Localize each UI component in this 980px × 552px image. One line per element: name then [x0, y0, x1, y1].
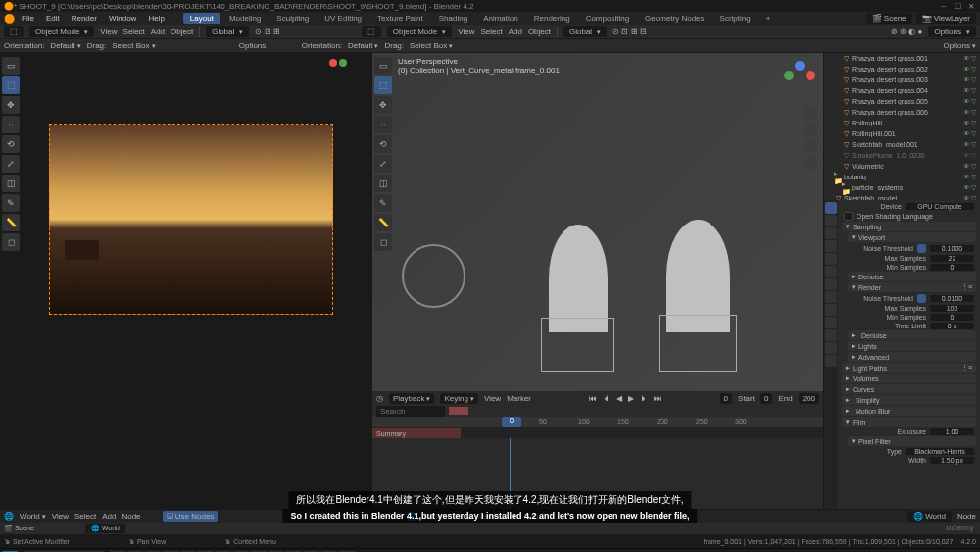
editor-type-icon[interactable]: ⬚ — [4, 26, 24, 37]
section-volumes[interactable]: ▸ Volumes — [842, 374, 976, 383]
section-motionblur[interactable]: ▸ Motion Blur — [842, 406, 976, 416]
proptab-viewlayer[interactable] — [825, 227, 837, 239]
section-pixelfilter[interactable]: ▾ Pixel Filter — [848, 436, 976, 446]
visibility-toggles[interactable]: 👁▽ — [963, 130, 978, 137]
axis-x-dot[interactable] — [806, 71, 815, 80]
tl-next-key[interactable]: ⏵ — [640, 394, 648, 403]
vp2-menu-view[interactable]: View — [458, 27, 474, 36]
tl-filter-icon[interactable] — [449, 407, 468, 415]
vp-noise-val[interactable]: 0.1000 — [930, 245, 974, 252]
shading-icons[interactable]: ⊚ ⊛ ◐ ● — [891, 27, 923, 36]
tl-marker[interactable]: Marker — [507, 394, 531, 403]
proptab-scene[interactable] — [825, 240, 837, 252]
tool-tweak[interactable]: ▭ — [2, 57, 20, 75]
tool-cursor[interactable]: ✥ — [2, 96, 20, 114]
section-denoise[interactable]: ▸ Denoise — [848, 272, 976, 281]
outliner-row[interactable]: ▽SmokePlume_1.0_0230👁▽ — [824, 150, 980, 161]
section-lightpaths[interactable]: ▸ Light Paths ⋮≡ — [842, 363, 976, 373]
mode-selector[interactable]: Object Mode — [29, 26, 94, 37]
vp2-menu-add[interactable]: Add — [509, 27, 522, 36]
tl-start[interactable]: 0 — [760, 393, 772, 404]
tl-view[interactable]: View — [484, 394, 501, 403]
orientation-value[interactable]: Default — [50, 41, 80, 50]
vtool-scale[interactable]: ⤢ — [374, 155, 392, 173]
selectbox-2[interactable]: Select Box — [410, 41, 453, 50]
ne-usenodes[interactable]: ☑ Use Nodes — [163, 511, 219, 522]
tab-layout[interactable]: Layout — [183, 13, 220, 24]
scene-field[interactable]: 🎬 Scene — [4, 525, 34, 532]
viewport-3d[interactable]: ▭ ⬚ ✥ ↔ ⟲ ⤢ ◫ ✎ 📏 ◻ User Perspective (0)… — [372, 53, 823, 391]
r-minsamples[interactable]: 0 — [930, 314, 974, 321]
visibility-toggles[interactable]: 👁▽ — [963, 98, 978, 105]
tl-current-frame[interactable]: 0 — [720, 393, 732, 404]
close-button[interactable]: ✕ — [966, 2, 976, 11]
selectbox[interactable]: Select Box — [112, 41, 155, 50]
outliner-row[interactable]: ▽Rhazya desert grass.006👁▽ — [824, 107, 980, 118]
tool-select[interactable]: ⬚ — [2, 76, 20, 94]
render-preview-region[interactable] — [49, 124, 333, 315]
visibility-toggles[interactable]: 👁▽ — [963, 66, 978, 73]
vtool-cursor[interactable]: ✥ — [374, 96, 392, 114]
options-3[interactable]: Options — [943, 41, 976, 50]
vtool-tweak[interactable]: ▭ — [374, 57, 392, 75]
section-sampling[interactable]: ▾ Sampling — [842, 222, 976, 231]
options-2[interactable]: Options — [239, 41, 267, 50]
vtool-annotate[interactable]: ✎ — [374, 194, 392, 212]
tl-search-input[interactable] — [376, 406, 445, 417]
tool-scale[interactable]: ⤢ — [2, 155, 20, 173]
device-value[interactable]: GPU Compute — [906, 203, 974, 210]
ne-world[interactable]: World — [20, 512, 46, 521]
outliner-row[interactable]: ▽RollingHill.001👁▽ — [824, 128, 980, 139]
vp-menu-select[interactable]: Select — [123, 27, 145, 36]
vp-minsamples[interactable]: 0 — [930, 264, 974, 271]
proptab-constraint[interactable] — [825, 317, 837, 328]
proptab-world[interactable] — [825, 253, 837, 265]
ne-add[interactable]: Add — [102, 512, 116, 521]
proptab-object[interactable] — [825, 266, 837, 277]
ne2-node2[interactable]: Node — [957, 512, 976, 521]
tab-texturepaint[interactable]: Texture Paint — [370, 13, 430, 24]
global-selector-2[interactable]: Global — [564, 26, 607, 37]
vtool-measure[interactable]: 📏 — [374, 214, 392, 231]
pf-width[interactable]: 1.50 px — [930, 457, 974, 464]
vp-noise-check[interactable] — [917, 244, 926, 253]
global-selector[interactable]: Global — [206, 26, 249, 37]
proptab-render[interactable] — [825, 202, 837, 214]
visibility-toggles[interactable]: 👁▽ — [963, 184, 978, 191]
outliner-row[interactable]: ▽Rhazya desert grass.005👁▽ — [824, 96, 980, 107]
tab-rendering[interactable]: Rendering — [527, 13, 577, 24]
axis-y-dot[interactable] — [784, 71, 794, 80]
vtool-transform[interactable]: ◫ — [374, 175, 392, 192]
axis-x-icon[interactable] — [329, 59, 337, 67]
tab-shading[interactable]: Shading — [432, 13, 474, 24]
menu-edit[interactable]: Edit — [41, 13, 65, 24]
tl-jump-end[interactable]: ⏭ — [654, 394, 662, 403]
section-denoise2[interactable]: ▸ Denoise — [848, 330, 976, 340]
snap-icons-2[interactable]: ⊙ ⊡ ⊞ ⊟ — [612, 27, 647, 36]
visibility-toggles[interactable]: 👁▽ — [963, 109, 978, 116]
editor-type-icon-2[interactable]: ⬚ — [362, 26, 381, 37]
maximize-button[interactable]: ☐ — [953, 2, 962, 11]
tool-measure[interactable]: 📏 — [2, 214, 20, 231]
visibility-toggles[interactable]: 👁▽ — [963, 163, 978, 170]
menu-window[interactable]: Window — [104, 13, 141, 24]
visibility-toggles[interactable]: 👁▽ — [963, 174, 978, 180]
blender-logo-icon[interactable]: 🟠 — [4, 14, 15, 24]
section-simplify[interactable]: ▸ Simplify — [842, 395, 976, 405]
tl-play-rev[interactable]: ◀ — [616, 394, 622, 403]
r-noise-val[interactable]: 0.0100 — [930, 295, 974, 302]
vp-menu-view[interactable]: View — [100, 27, 117, 36]
outliner-row[interactable]: ▽Volumetric👁▽ — [824, 161, 980, 172]
navigation-gizmo[interactable] — [780, 61, 815, 96]
r-noise-check[interactable] — [917, 294, 926, 303]
visibility-toggles[interactable]: 👁▽ — [963, 55, 978, 62]
vtool-move[interactable]: ↔ — [374, 116, 392, 133]
ne-view[interactable]: View — [52, 512, 69, 521]
viewlayer-selector[interactable]: 📷 ViewLayer — [916, 13, 976, 24]
section-lights[interactable]: ▸ Lights — [848, 341, 976, 351]
vtool-select[interactable]: ⬚ — [374, 76, 392, 94]
menu-render[interactable]: Render — [67, 13, 102, 24]
outliner-row[interactable]: ▽Rhazya desert grass.001👁▽ — [824, 53, 980, 64]
minimize-button[interactable]: − — [939, 2, 949, 11]
left-viewport[interactable]: ▭ ⬚ ✥ ↔ ⟲ ⤢ ◫ ✎ 📏 ◻ — [0, 53, 372, 509]
